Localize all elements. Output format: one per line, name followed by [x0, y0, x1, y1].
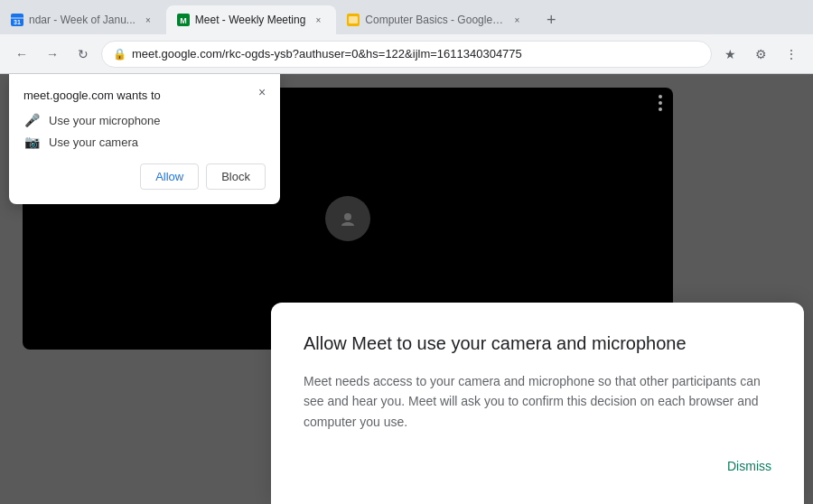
microphone-permission-item: 🎤 Use your microphone: [23, 113, 266, 127]
tab-bar: 31 ndar - Week of Janu... × M Meet - Wee…: [0, 0, 813, 34]
address-bar[interactable]: 🔒 meet.google.com/rkc-ogds-ysb?authuser=…: [101, 41, 712, 68]
address-bar-row: ← → ↻ 🔒 meet.google.com/rkc-ogds-ysb?aut…: [0, 34, 813, 74]
camera-permission-item: 📷 Use your camera: [23, 135, 266, 149]
forward-button[interactable]: →: [40, 42, 65, 67]
microphone-icon: 🎤: [23, 113, 40, 127]
refresh-button[interactable]: ↻: [70, 42, 96, 67]
meet-modal-body: Meet needs access to your camera and mic…: [304, 371, 771, 432]
camera-icon: 📷: [23, 135, 40, 149]
lock-icon: 🔒: [113, 48, 126, 61]
svg-text:31: 31: [14, 19, 21, 25]
meet-modal-title: Allow Meet to use your camera and microp…: [304, 331, 771, 355]
tab-calendar-title: ndar - Week of Janu...: [29, 14, 136, 26]
tab-meet[interactable]: M Meet - Weekly Meeting ×: [166, 5, 337, 34]
svg-point-7: [344, 213, 351, 220]
meet-modal: Allow Meet to use your camera and microp…: [271, 303, 804, 504]
tab-meet-close[interactable]: ×: [311, 13, 325, 27]
menu-button[interactable]: ⋮: [779, 42, 804, 67]
microphone-permission-label: Use your microphone: [49, 114, 161, 127]
back-button[interactable]: ←: [9, 42, 34, 67]
address-text: meet.google.com/rkc-ogds-ysb?authuser=0&…: [132, 47, 700, 61]
popup-buttons: Allow Block: [23, 163, 266, 190]
tab-calendar[interactable]: 31 ndar - Week of Janu... ×: [0, 5, 166, 34]
permission-popup-title: meet.google.com wants to: [23, 89, 266, 102]
tab-calendar-close[interactable]: ×: [141, 13, 155, 27]
meet-modal-footer: Dismiss: [304, 453, 771, 479]
meet-favicon: M: [177, 14, 190, 26]
calendar-favicon: 31: [11, 14, 23, 26]
svg-text:M: M: [180, 16, 187, 25]
bookmarks-button[interactable]: ★: [717, 42, 743, 67]
browser-frame: 31 ndar - Week of Janu... × M Meet - Wee…: [0, 0, 813, 504]
slides-favicon: [347, 14, 360, 26]
camera-placeholder: [325, 196, 370, 241]
dismiss-button[interactable]: Dismiss: [727, 453, 771, 479]
camera-permission-label: Use your camera: [49, 135, 138, 149]
content-area: × meet.google.com wants to 🎤 Use your mi…: [0, 74, 813, 504]
extensions-button[interactable]: ⚙: [748, 42, 773, 67]
permission-popup: × meet.google.com wants to 🎤 Use your mi…: [9, 74, 280, 204]
svg-rect-6: [349, 16, 358, 23]
tab-slides-close[interactable]: ×: [509, 13, 524, 27]
new-tab-button[interactable]: +: [538, 7, 564, 33]
allow-button[interactable]: Allow: [140, 163, 199, 190]
video-options-button[interactable]: [659, 95, 662, 111]
tab-slides[interactable]: Computer Basics - Google Slides ×: [336, 5, 535, 34]
tab-slides-title: Computer Basics - Google Slides: [365, 14, 504, 26]
block-button[interactable]: Block: [206, 163, 266, 190]
tab-meet-title: Meet - Weekly Meeting: [195, 14, 306, 26]
permission-popup-close[interactable]: ×: [253, 83, 271, 101]
